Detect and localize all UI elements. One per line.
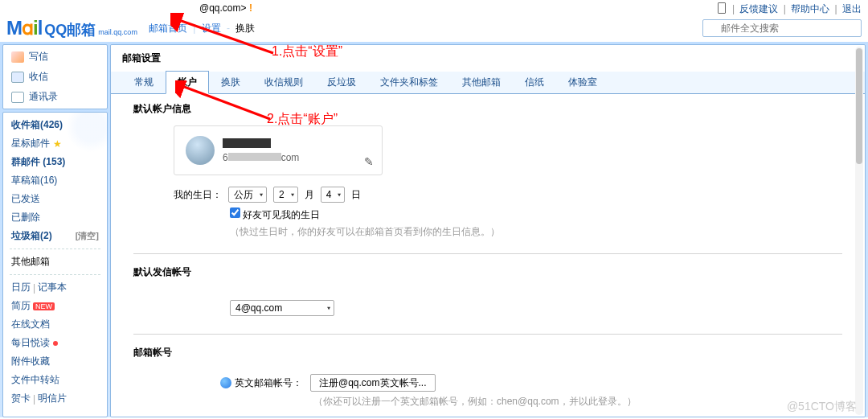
tab-folders[interactable]: 文件夹和标签 <box>368 71 450 93</box>
default-sender-select[interactable]: 4@qq.com <box>230 300 334 316</box>
friends-visible-checkbox[interactable] <box>230 207 240 218</box>
misc-docs[interactable]: 在线文档 <box>3 315 107 334</box>
misc-calendar-notes[interactable]: 日历|记事本 <box>3 278 107 297</box>
section-default-account: 默认帐户信息 <box>133 102 842 125</box>
misc-daily[interactable]: 每日悦读 <box>3 334 107 352</box>
folder-other[interactable]: 其他邮箱 <box>3 253 107 271</box>
birthday-label: 我的生日： <box>174 188 222 202</box>
misc-cards[interactable]: 贺卡|明信片 <box>3 389 107 408</box>
misc-attach[interactable]: 附件收藏 <box>3 352 107 371</box>
sidebar-contacts[interactable]: 通讯录 <box>3 87 107 107</box>
page-title: 邮箱设置 <box>111 45 865 72</box>
month-unit: 月 <box>305 188 314 202</box>
contacts-icon <box>11 92 24 103</box>
account-name-masked <box>223 138 271 148</box>
folder-sent[interactable]: 已发送 <box>3 190 107 208</box>
clear-spam[interactable]: [清空] <box>76 230 99 242</box>
compose-icon <box>11 51 24 63</box>
watermark: @51CTO博客 <box>787 400 857 414</box>
nav-settings[interactable]: 设置 <box>202 23 221 34</box>
day-select[interactable]: 4 <box>321 187 346 203</box>
globe-icon <box>220 377 231 388</box>
misc-transit[interactable]: 文件中转站 <box>3 371 107 389</box>
scrollbar-thumb[interactable] <box>856 48 862 164</box>
sidebar-compose[interactable]: 写信 <box>3 47 107 67</box>
friends-visible-label[interactable]: 好友可见我的生日 <box>230 209 320 220</box>
tab-lab[interactable]: 体验室 <box>556 71 609 93</box>
tab-account[interactable]: 帐户 <box>166 71 209 94</box>
current-user-email: @qq.com> ! <box>199 2 252 14</box>
birthday-hint: （快过生日时，你的好友可以在邮箱首页看到你的生日信息。） <box>230 225 842 239</box>
help-link[interactable]: 帮助中心 <box>791 3 829 14</box>
content-pane: 邮箱设置 常规 帐户 换肤 收信规则 反垃圾 文件夹和标签 其他邮箱 信纸 体验… <box>110 44 866 417</box>
account-card: 6com ✎ <box>174 125 383 175</box>
avatar <box>186 136 215 165</box>
tab-paper[interactable]: 信纸 <box>513 71 556 93</box>
folder-spam[interactable]: 垃圾箱(2)[清空] <box>3 227 107 245</box>
edit-account-icon[interactable]: ✎ <box>364 155 374 168</box>
logout-link[interactable]: 退出 <box>842 3 862 14</box>
folder-starred[interactable]: 星标邮件★ <box>3 134 107 153</box>
inbox-icon <box>11 72 24 83</box>
nav-home[interactable]: 邮箱首页 <box>149 23 187 34</box>
logo[interactable]: Mɑil QQ邮箱 mail.qq.com <box>6 17 137 39</box>
search-input[interactable] <box>702 19 862 37</box>
phone-icon[interactable] <box>718 2 726 14</box>
folder-deleted[interactable]: 已删除 <box>3 208 107 227</box>
tab-other-mail[interactable]: 其他邮箱 <box>450 71 513 93</box>
section-default-sender: 默认发信帐号 <box>133 265 842 289</box>
star-icon: ★ <box>53 138 62 150</box>
tab-antispam[interactable]: 反垃圾 <box>315 71 368 93</box>
sidebar-receive[interactable]: 收信 <box>3 67 107 87</box>
folder-inbox[interactable]: 收件箱(426) <box>3 116 107 134</box>
feedback-link[interactable]: 反馈建议 <box>739 3 778 14</box>
section-mailbox-account: 邮箱帐号 <box>133 346 842 369</box>
tab-rules[interactable]: 收信规则 <box>252 71 315 93</box>
settings-tabs: 常规 帐户 换肤 收信规则 反垃圾 文件夹和标签 其他邮箱 信纸 体验室 <box>111 72 865 94</box>
day-unit: 日 <box>351 188 361 202</box>
register-en-account-button[interactable]: 注册@qq.com英文帐号... <box>310 374 436 392</box>
folder-group[interactable]: 群邮件 (153) <box>3 153 107 171</box>
red-dot-icon <box>53 341 58 346</box>
calendar-type-select[interactable]: 公历 <box>228 187 267 203</box>
scrollbar[interactable] <box>855 47 863 415</box>
misc-resume[interactable]: 简历NEW <box>3 297 107 315</box>
nav-skin[interactable]: 换肤 <box>235 23 255 34</box>
tab-general[interactable]: 常规 <box>122 71 166 93</box>
en-account-hint: （你还可以注册一个英文邮箱帐号，例如：chen@qq.com，并以此登录。） <box>313 395 842 409</box>
en-account-label: 英文邮箱帐号： <box>235 376 302 390</box>
folder-drafts[interactable]: 草稿箱(16) <box>3 171 107 190</box>
top-right-links: | 反馈建议 | 帮助中心 | 退出 <box>718 1 862 16</box>
month-select[interactable]: 2 <box>273 187 298 203</box>
tab-skin[interactable]: 换肤 <box>209 71 252 93</box>
